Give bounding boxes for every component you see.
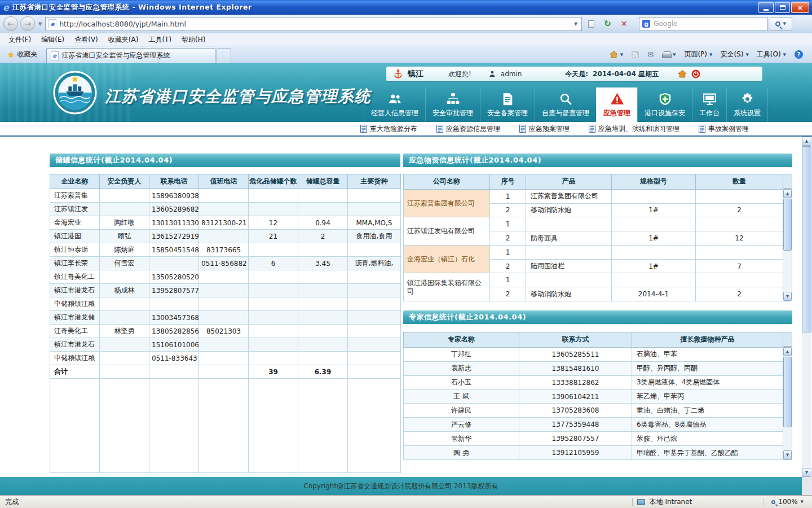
- subnav-item[interactable]: 应急培训、演练和演习管理: [589, 124, 679, 134]
- table-row[interactable]: 江奇美化工林坚勇1380528285685021303: [50, 325, 401, 338]
- refresh-button[interactable]: ↻: [601, 16, 615, 31]
- scroll-up-button[interactable]: ▲: [783, 347, 792, 356]
- menubar-item[interactable]: 文件(F): [3, 34, 36, 46]
- table-row[interactable]: 许建民13705283608重油、白蜡油、丁二烯: [404, 404, 783, 418]
- menubar-item[interactable]: 收藏夹(A): [103, 34, 144, 46]
- read-mail-button[interactable]: ✉: [644, 49, 657, 60]
- table-row[interactable]: 丁邦红13605285511石脑油、甲苯: [404, 347, 783, 361]
- table-row[interactable]: 管新华13952807557苯胺、环己烷: [404, 432, 783, 446]
- tank-header-row: 企业名称安全负责人联系电话值班电话危化品储罐个数储罐总容量主要货种: [50, 174, 401, 189]
- column-header: 擅长救援物种产品: [632, 332, 783, 348]
- search-box[interactable]: g Google: [639, 17, 767, 31]
- table-row[interactable]: 镇江港国顾弘13615272919212食用油,食用: [50, 230, 401, 243]
- experts-scrollbar[interactable]: ▲ ▼: [783, 347, 792, 460]
- scroll-down-button[interactable]: ▼: [783, 292, 792, 301]
- home-shortcut-button[interactable]: [678, 69, 687, 78]
- menubar-item[interactable]: 查看(V): [69, 34, 103, 46]
- table-row[interactable]: 江苏索普集团有限公司1江苏索普集团有限公司: [404, 189, 783, 203]
- scroll-down-button[interactable]: ▼: [802, 468, 811, 477]
- command-button[interactable]: 安全(S)▼: [717, 48, 752, 61]
- table-row[interactable]: 镇江市港龙石15106101006: [50, 338, 401, 352]
- table-row[interactable]: 中储粮镇江粮0511-833643: [50, 352, 401, 365]
- favorites-button[interactable]: ★ 收藏夹: [2, 48, 43, 61]
- new-tab-button[interactable]: [217, 48, 231, 63]
- feeds-button[interactable]: [628, 49, 642, 60]
- address-input[interactable]: http://localhost:8080/yjpt/Main.html: [59, 20, 568, 28]
- address-bar: ← → ▼ e http://localhost:8080/yjpt/Main.…: [0, 15, 812, 33]
- nav-item[interactable]: 港口设施保安: [637, 87, 692, 122]
- supplies-scrollbar[interactable]: ▲ ▼: [783, 189, 792, 301]
- nav-item[interactable]: 系统设置: [726, 87, 768, 122]
- table-row[interactable]: 王 斌13906104211苯乙烯、甲苯丙: [404, 389, 783, 404]
- scroll-track[interactable]: [783, 251, 792, 292]
- address-field[interactable]: e http://localhost:8080/yjpt/Main.html ▼: [45, 17, 582, 31]
- print-button[interactable]: ▼: [659, 50, 679, 60]
- home-button[interactable]: ▼: [606, 49, 626, 60]
- scroll-down-button[interactable]: ▼: [783, 450, 792, 459]
- nav-item[interactable]: 安全备案管理: [480, 87, 535, 122]
- scroll-up-button[interactable]: ▲: [783, 189, 792, 198]
- page-scrollbar[interactable]: ▲ ▼: [802, 137, 811, 477]
- column-header: 规格型号: [612, 174, 696, 190]
- maximize-button[interactable]: [775, 2, 790, 13]
- scroll-thumb[interactable]: [783, 199, 792, 251]
- table-row[interactable]: 江苏索普集15896380938: [50, 189, 401, 203]
- column-header: 企业名称: [50, 174, 100, 189]
- subnav-item[interactable]: 重大危险源分布: [360, 124, 417, 134]
- search-button[interactable]: ▼: [770, 17, 792, 31]
- scroll-track[interactable]: [783, 428, 792, 450]
- nav-item[interactable]: 工作台: [692, 87, 726, 122]
- date-label: 今天是:: [565, 69, 588, 79]
- menubar-item[interactable]: 编辑(E): [36, 34, 69, 46]
- subnav-item[interactable]: 应急预案管理: [519, 124, 570, 134]
- search-input[interactable]: Google: [654, 20, 764, 28]
- table-row[interactable]: 陶 勇13912105959甲缩醛、甲基异丁基酮、乙酸乙酯: [404, 446, 783, 460]
- table-row[interactable]: 中储粮镇江粮: [50, 297, 401, 311]
- zoom-control[interactable]: 100% ▼: [768, 497, 807, 506]
- help-button[interactable]: ?: [791, 49, 806, 60]
- table-row[interactable]: 镇江市港龙石杨成林13952807577: [50, 284, 401, 297]
- forward-button[interactable]: →: [20, 16, 35, 31]
- subnav-item[interactable]: 事故案例管理: [699, 124, 749, 134]
- workbench-icon: [703, 92, 717, 106]
- close-button[interactable]: ×: [791, 2, 809, 13]
- table-row[interactable]: 江苏镇江发13605289682: [50, 203, 401, 216]
- minimize-button[interactable]: [758, 2, 774, 13]
- scroll-thumb[interactable]: [783, 357, 792, 427]
- stop-button[interactable]: ✕: [617, 16, 631, 31]
- compatibility-view-button[interactable]: [584, 16, 598, 31]
- page-tab[interactable]: e 江苏省港口安全监管与应急管理系统: [46, 48, 215, 63]
- table-row[interactable]: 镇江市港龙储13003457368: [50, 311, 401, 325]
- table-row[interactable]: 严云修137753594486类毒害品、8类腐蚀品: [404, 418, 783, 432]
- nav-item[interactable]: 经营人信息管理: [364, 87, 425, 122]
- mail-icon: ✉: [647, 50, 654, 59]
- address-dropdown-button[interactable]: ▼: [571, 18, 580, 30]
- table-row[interactable]: 金海宏业（镇江）石化1: [404, 245, 783, 259]
- table-row[interactable]: 镇江恒泰沥陈炳庭1585045154883173665: [50, 243, 401, 257]
- subnav-item[interactable]: 应急资源信息管理: [436, 124, 500, 134]
- nav-item[interactable]: 安全审批管理: [425, 87, 480, 122]
- scroll-track[interactable]: [802, 333, 811, 468]
- table-row[interactable]: 镇江奇美化工13505280520: [50, 270, 401, 284]
- column-header: 安全负责人: [100, 174, 149, 189]
- scroll-thumb[interactable]: [802, 146, 811, 332]
- logout-button[interactable]: [691, 69, 700, 78]
- nav-item[interactable]: 应急管理: [596, 87, 637, 122]
- status-bar: 完成 本地 Intranet 100% ▼: [0, 495, 812, 508]
- recent-pages-dropdown[interactable]: ▼: [37, 21, 43, 27]
- nav-item[interactable]: 自查与督查管理: [535, 87, 596, 122]
- table-row[interactable]: 江苏镇江发电有限公司1: [404, 217, 783, 231]
- command-button[interactable]: 页面(P)▼: [681, 48, 716, 61]
- menubar-item[interactable]: 工具(T): [143, 34, 176, 46]
- table-row[interactable]: 金海宏业陶红暾1301301133083121300-21120.94MMA,M…: [50, 216, 401, 230]
- scroll-up-button[interactable]: ▲: [802, 137, 811, 146]
- table-row[interactable]: 袁新忠13815481610甲醇、异丙醇、丙酮: [404, 361, 783, 375]
- table-row[interactable]: 石小玉133388128623类易燃液体、4类易燃固体: [404, 375, 783, 389]
- menubar-item[interactable]: 帮助(H): [176, 34, 210, 46]
- table-row[interactable]: 镇江李长荣何雪宏0511-85688263.45沥青,燃料油,: [50, 257, 401, 270]
- column-header: 序号: [490, 174, 526, 190]
- page-footer: Copyright@江苏省交通规划设计院股份有限公司 2013版权所有: [0, 477, 802, 495]
- back-button[interactable]: ←: [3, 16, 18, 31]
- table-row[interactable]: 镇江港国际集装箱有限公司1: [404, 273, 783, 287]
- command-button[interactable]: 工具(O)▼: [753, 48, 789, 61]
